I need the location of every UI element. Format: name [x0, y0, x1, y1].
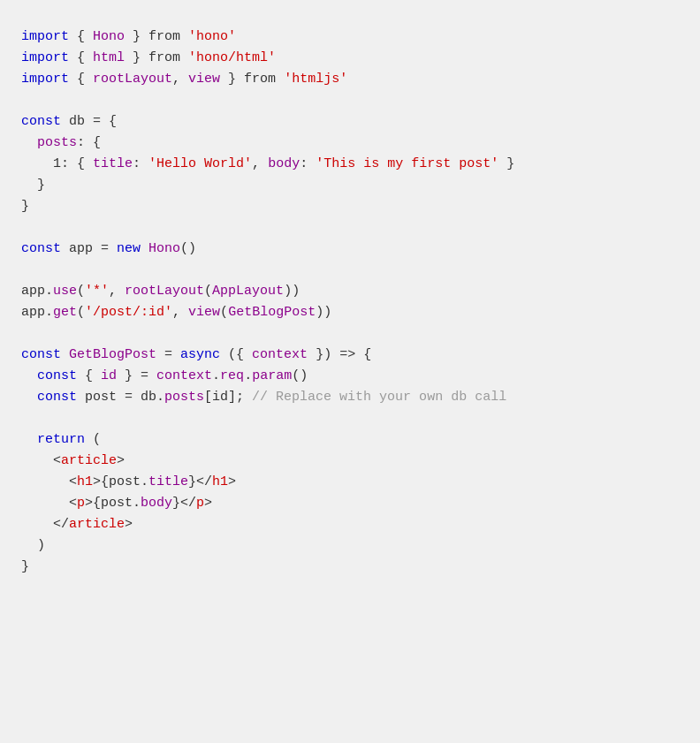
prop-body: body [141, 493, 172, 514]
str-star: '*' [85, 281, 109, 302]
code-line-14: app. get ( '/post/:id' , view ( GetBlogP… [21, 302, 679, 323]
id-getblogpost-decl: GetBlogPost [69, 345, 156, 366]
code-line-blank-5 [21, 408, 679, 429]
key-posts: posts [37, 133, 77, 154]
identifier-view: view [188, 69, 220, 90]
code-line-blank-4 [21, 323, 679, 345]
keyword-from: from [148, 27, 180, 48]
code-line-25: ) [21, 535, 679, 557]
string-hono: 'hono' [188, 27, 236, 48]
key-title: title [93, 154, 133, 175]
keyword-import-2: import [21, 48, 69, 69]
code-line-21: < article > [21, 451, 679, 472]
tag-p-close: p [196, 493, 204, 514]
keyword-const-2: const [21, 239, 61, 260]
identifier-html: html [93, 48, 125, 69]
code-line-8: } [21, 175, 679, 196]
code-line-17: const { id } = context . req . param () [21, 366, 679, 387]
code-line-9: } [21, 196, 679, 217]
keyword-const-1: const [21, 111, 61, 133]
code-editor: import { Hono } from 'hono' import { htm… [21, 18, 679, 587]
tag-h1-close: h1 [212, 472, 228, 493]
code-line-blank-1 [21, 90, 679, 111]
id-id: id [101, 366, 117, 387]
code-line-3: import { rootLayout , view } from 'htmlj… [21, 69, 679, 90]
keyword-from-3: from [244, 69, 276, 90]
string-hono-html: 'hono/html' [188, 48, 276, 69]
id-context: context [252, 345, 308, 366]
code-line-blank-3 [21, 260, 679, 281]
keyword-import: import [21, 27, 69, 48]
key-body: body [268, 154, 300, 175]
fn-rootlayout: rootLayout [125, 281, 204, 302]
str-hello-world: 'Hello World' [148, 154, 252, 175]
code-line-26: } [21, 557, 679, 578]
keyword-import-3: import [21, 69, 69, 90]
str-post-id: '/post/:id' [85, 302, 172, 323]
tag-h1-open: h1 [77, 472, 93, 493]
fn-use: use [53, 281, 77, 302]
keyword-const-3: const [21, 345, 61, 366]
fn-hono: Hono [148, 239, 180, 260]
prop-title: title [148, 472, 188, 493]
keyword-async: async [180, 345, 220, 366]
comment-replace: // Replace with your own db call [252, 387, 506, 408]
keyword-from-2: from [148, 48, 180, 69]
keyword-return: return [37, 429, 85, 451]
tag-article-close: article [69, 514, 125, 535]
prop-req: req [220, 366, 244, 387]
code-line-16: const GetBlogPost = async ({ context }) … [21, 345, 679, 366]
code-line-1: import { Hono } from 'hono' [21, 27, 679, 48]
identifier-rootlayout: rootLayout [93, 69, 172, 90]
code-line-13: app. use ( '*' , rootLayout ( AppLayout … [21, 281, 679, 302]
code-line-20: return ( [21, 429, 679, 451]
tag-article-open: article [61, 451, 117, 472]
identifier-hono: Hono [93, 27, 125, 48]
keyword-new: new [117, 239, 141, 260]
fn-view: view [188, 302, 220, 323]
str-first-post: 'This is my first post' [316, 154, 498, 175]
num-1: 1 [53, 154, 61, 175]
code-line-blank-2 [21, 217, 679, 239]
code-line-24: </ article > [21, 514, 679, 535]
code-line-5: const db = { [21, 111, 679, 133]
code-line-18: const post = db. posts [id]; // Replace … [21, 387, 679, 408]
code-line-7: 1 : { title : 'Hello World' , body : 'Th… [21, 154, 679, 175]
code-line-2: import { html } from 'hono/html' [21, 48, 679, 69]
keyword-const-5: const [37, 387, 77, 408]
fn-get: get [53, 302, 77, 323]
id-context-2: context [156, 366, 212, 387]
code-line-22: < h1 >{post. title }</ h1 > [21, 472, 679, 493]
code-line-23: < p >{post. body }</ p > [21, 493, 679, 514]
prop-posts: posts [164, 387, 204, 408]
id-getblogpost: GetBlogPost [228, 302, 316, 323]
keyword-const-4: const [37, 366, 77, 387]
code-line-6: posts : { [21, 133, 679, 154]
id-applayout: AppLayout [212, 281, 284, 302]
tag-p-open: p [77, 493, 85, 514]
code-line-11: const app = new Hono () [21, 239, 679, 260]
string-htmljs: 'htmljs' [284, 69, 347, 90]
fn-param: param [252, 366, 292, 387]
